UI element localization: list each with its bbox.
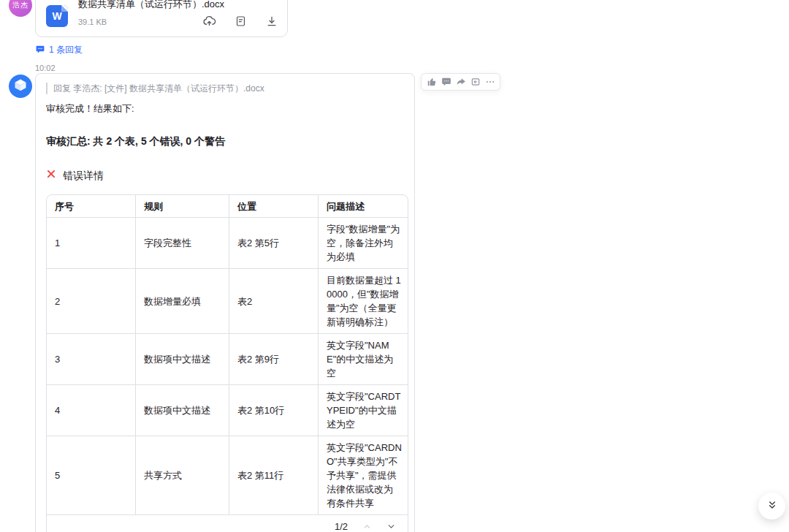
file-actions <box>202 14 278 28</box>
table-row: 4 数据项中文描述 表2 第10行 英文字段"CARDTYPEID"的中文描述为… <box>47 385 409 436</box>
quoted-reply[interactable]: 回复 李浩杰: [文件] 数据共享清单（试运行环节）.docx <box>46 83 407 94</box>
file-message-card[interactable]: W 数据共享清单（试运行环节）.docx 39.1 KB <box>35 0 288 37</box>
cell-description: 英文字段"CARDTYPEID"的中文描述为空 <box>319 385 409 436</box>
reply-comment-icon[interactable] <box>440 76 452 88</box>
cell-location: 表2 <box>229 269 319 334</box>
table-row: 5 共享方式 表2 第11行 英文字段"CARDNO"共享类型为"不予共享"，需… <box>47 436 409 515</box>
status-line: 审核完成！结果如下: <box>46 102 407 115</box>
file-name: 数据共享清单（试运行环节）.docx <box>78 0 224 11</box>
cell-index: 3 <box>47 334 136 385</box>
file-size: 39.1 KB <box>78 18 107 26</box>
cell-rule: 共享方式 <box>136 436 229 515</box>
cell-index: 2 <box>47 269 136 334</box>
message-hover-toolbar <box>421 73 500 91</box>
col-header-description: 问题描述 <box>319 195 409 218</box>
avatar-sender[interactable]: 浩杰 <box>9 0 32 17</box>
table-row: 1 字段完整性 表2 第5行 字段"数据增量"为空，除备注外均为必填 <box>47 218 409 269</box>
message-timestamp: 10:02 <box>35 64 56 72</box>
table-row: 3 数据项中文描述 表2 第9行 英文字段"NAME"的中文描述为空 <box>47 334 409 385</box>
col-header-rule: 规则 <box>136 195 229 218</box>
cell-index: 1 <box>47 218 136 269</box>
col-header-location: 位置 <box>229 195 319 218</box>
chevron-up-icon[interactable] <box>362 522 372 531</box>
word-doc-icon: W <box>46 5 68 27</box>
thumbs-up-icon[interactable] <box>425 76 438 88</box>
cell-description: 目前数据量超过 10000，但"数据增量"为空（全量更新请明确标注） <box>319 269 409 334</box>
forward-icon[interactable] <box>454 76 467 88</box>
cell-location: 表2 第10行 <box>229 385 319 436</box>
cell-location: 表2 第11行 <box>229 436 319 515</box>
cell-description: 字段"数据增量"为空，除备注外均为必填 <box>319 218 409 269</box>
page-indicator: 1/2 <box>335 521 348 532</box>
col-header-index: 序号 <box>47 195 136 218</box>
cube-icon <box>13 77 28 95</box>
table-row: 2 数据增量必填 表2 目前数据量超过 10000，但"数据增量"为空（全量更新… <box>47 269 409 334</box>
more-icon[interactable] <box>484 76 496 88</box>
cell-rule: 字段完整性 <box>136 218 229 269</box>
cell-description: 英文字段"NAME"的中文描述为空 <box>319 334 409 385</box>
error-section-title: 错误详情 <box>46 169 407 182</box>
chevron-down-icon[interactable] <box>386 522 396 531</box>
bot-message-bubble: 回复 李浩杰: [文件] 数据共享清单（试运行环节）.docx 审核完成！结果如… <box>35 73 415 532</box>
table-pagination: 1/2 <box>47 514 408 532</box>
word-doc-letter: W <box>52 10 61 22</box>
cell-rule: 数据增量必填 <box>136 269 229 334</box>
reply-thread-link[interactable]: 1 条回复 <box>35 44 83 56</box>
error-x-icon <box>46 169 56 182</box>
open-file-icon[interactable] <box>235 15 247 28</box>
table-header-row: 序号 规则 位置 问题描述 <box>47 195 409 218</box>
scroll-to-bottom-button[interactable] <box>758 493 785 520</box>
cell-rule: 数据项中文描述 <box>136 385 229 436</box>
error-table: 序号 规则 位置 问题描述 1 字段完整性 表2 第5行 字段"数据增量"为空，… <box>46 194 408 532</box>
download-icon[interactable] <box>265 15 278 28</box>
folded-corner <box>61 5 68 12</box>
cell-index: 5 <box>47 436 136 515</box>
double-chevron-down-icon <box>766 499 778 514</box>
cell-location: 表2 第9行 <box>229 334 319 385</box>
reply-bubble-icon <box>35 45 45 56</box>
error-section-label: 错误详情 <box>63 169 104 182</box>
avatar-bot[interactable] <box>9 75 32 98</box>
quote-reply-icon[interactable] <box>469 76 481 88</box>
cell-description: 英文字段"CARDNO"共享类型为"不予共享"，需提供法律依据或改为有条件共享 <box>319 436 409 515</box>
reply-count-label: 1 条回复 <box>49 44 83 56</box>
cell-rule: 数据项中文描述 <box>136 334 229 385</box>
cell-index: 4 <box>47 385 136 436</box>
cloud-upload-icon[interactable] <box>202 14 216 28</box>
cell-location: 表2 第5行 <box>229 218 319 269</box>
summary-line: 审核汇总: 共 2 个表, 5 个错误, 0 个警告 <box>46 134 407 148</box>
avatar-sender-label: 浩杰 <box>12 0 28 10</box>
